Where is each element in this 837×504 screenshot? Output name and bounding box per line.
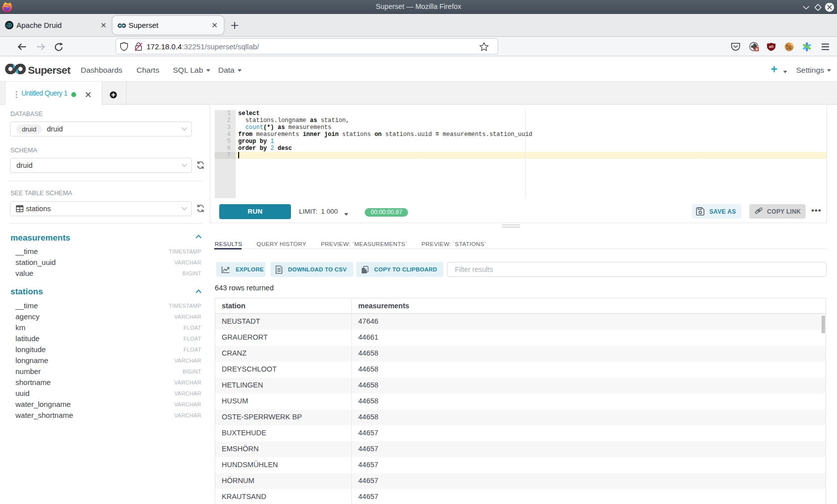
svg-text:uO: uO [769,45,773,48]
